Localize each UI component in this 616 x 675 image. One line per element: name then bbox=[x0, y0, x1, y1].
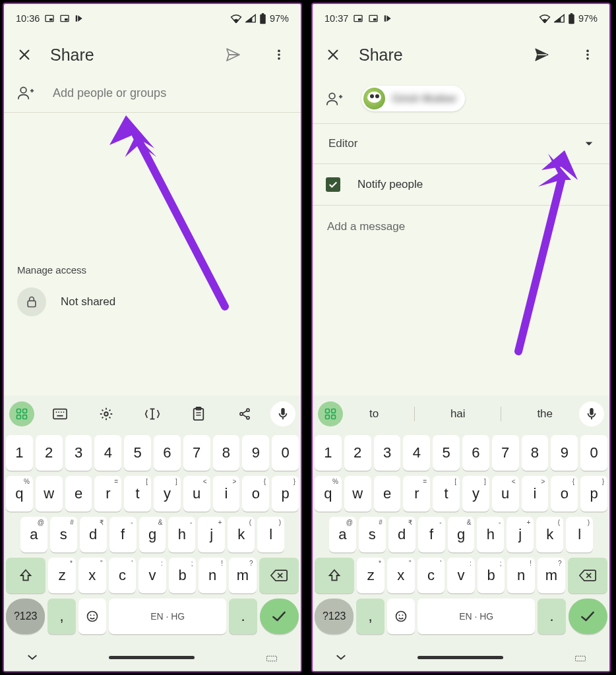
key-t[interactable]: t[ bbox=[433, 476, 460, 512]
nav-down-icon[interactable] bbox=[26, 653, 38, 661]
keyboard[interactable]: to hai the 1234567890q%wer=t[y]u<i>o{p}a… bbox=[313, 396, 609, 671]
key-m[interactable]: m? bbox=[229, 558, 257, 593]
key-0[interactable]: 0 bbox=[580, 435, 607, 471]
key-n[interactable]: n! bbox=[507, 558, 535, 593]
key-r[interactable]: r= bbox=[94, 476, 121, 512]
close-icon[interactable] bbox=[17, 47, 32, 62]
key-u[interactable]: u< bbox=[492, 476, 519, 512]
key-h[interactable]: h- bbox=[168, 517, 195, 552]
key-i[interactable]: i> bbox=[213, 476, 240, 512]
key-emoji[interactable] bbox=[78, 599, 106, 634]
key-s[interactable]: s# bbox=[50, 517, 77, 552]
key-1[interactable]: 1 bbox=[6, 435, 33, 471]
key-c[interactable]: c' bbox=[417, 558, 445, 593]
key-period[interactable]: . bbox=[538, 599, 565, 634]
key-4[interactable]: 4 bbox=[403, 435, 430, 471]
key-8[interactable]: 8 bbox=[213, 435, 240, 471]
person-chip[interactable]: Girish Mukker bbox=[361, 86, 465, 111]
key-5[interactable]: 5 bbox=[124, 435, 151, 471]
send-button[interactable] bbox=[528, 41, 555, 69]
kb-mic-icon[interactable] bbox=[579, 401, 604, 426]
key-comma[interactable]: , bbox=[356, 599, 384, 634]
key-6[interactable]: 6 bbox=[462, 435, 489, 471]
key-y[interactable]: y] bbox=[462, 476, 489, 512]
kb-settings-icon[interactable] bbox=[94, 401, 119, 426]
key-q[interactable]: q% bbox=[315, 476, 342, 512]
kb-clipboard-icon[interactable] bbox=[186, 401, 211, 426]
role-dropdown[interactable]: Editor bbox=[313, 124, 609, 164]
add-people-row[interactable]: Girish Mukker bbox=[313, 82, 609, 124]
kb-mic-icon[interactable] bbox=[270, 401, 295, 426]
notify-row[interactable]: Notify people bbox=[313, 164, 609, 206]
key-j[interactable]: j+ bbox=[198, 517, 225, 552]
nav-down-icon[interactable] bbox=[335, 653, 347, 661]
key-space[interactable]: EN · HG bbox=[417, 599, 535, 634]
key-8[interactable]: 8 bbox=[522, 435, 549, 471]
key-symbols[interactable]: ?123 bbox=[315, 599, 354, 634]
key-enter[interactable] bbox=[260, 599, 299, 634]
key-7[interactable]: 7 bbox=[492, 435, 519, 471]
key-o[interactable]: o{ bbox=[242, 476, 269, 512]
add-people-row[interactable] bbox=[4, 82, 301, 113]
key-4[interactable]: 4 bbox=[94, 435, 121, 471]
key-c[interactable]: c' bbox=[109, 558, 137, 593]
suggestion-1[interactable]: to bbox=[357, 403, 390, 425]
key-2[interactable]: 2 bbox=[36, 435, 63, 471]
key-symbols[interactable]: ?123 bbox=[6, 599, 45, 634]
key-d[interactable]: d₹ bbox=[388, 517, 416, 552]
key-a[interactable]: a@ bbox=[329, 517, 356, 552]
key-e[interactable]: e bbox=[65, 476, 92, 512]
key-y[interactable]: y] bbox=[154, 476, 181, 512]
key-v[interactable]: v: bbox=[139, 558, 166, 593]
key-backspace[interactable] bbox=[259, 558, 299, 593]
key-5[interactable]: 5 bbox=[433, 435, 460, 471]
key-enter[interactable] bbox=[569, 599, 607, 634]
close-icon[interactable] bbox=[326, 47, 340, 62]
suggestion-3[interactable]: the bbox=[525, 403, 565, 425]
key-3[interactable]: 3 bbox=[65, 435, 92, 471]
kb-apps-icon[interactable] bbox=[9, 401, 34, 426]
key-emoji[interactable] bbox=[387, 599, 415, 634]
key-l[interactable]: l) bbox=[257, 517, 284, 552]
key-l[interactable]: l) bbox=[566, 517, 593, 552]
key-3[interactable]: 3 bbox=[374, 435, 401, 471]
key-k[interactable]: k( bbox=[228, 517, 255, 552]
message-input[interactable]: Add a message bbox=[313, 206, 609, 248]
key-x[interactable]: x" bbox=[387, 558, 415, 593]
key-9[interactable]: 9 bbox=[551, 435, 578, 471]
key-p[interactable]: p} bbox=[580, 476, 607, 512]
key-a[interactable]: a@ bbox=[20, 517, 47, 552]
key-g[interactable]: g& bbox=[448, 517, 475, 552]
key-n[interactable]: n! bbox=[199, 558, 226, 593]
not-shared-row[interactable]: Not shared bbox=[17, 287, 288, 316]
key-v[interactable]: v: bbox=[447, 558, 475, 593]
nav-handle[interactable] bbox=[417, 656, 503, 659]
key-shift[interactable] bbox=[6, 558, 46, 593]
kb-keyboard-icon[interactable] bbox=[47, 401, 73, 426]
send-button[interactable] bbox=[219, 41, 247, 69]
key-h[interactable]: h- bbox=[477, 517, 504, 552]
key-2[interactable]: 2 bbox=[344, 435, 371, 471]
key-shift[interactable] bbox=[315, 558, 354, 593]
key-d[interactable]: d₹ bbox=[80, 517, 107, 552]
nav-keyboard-icon[interactable] bbox=[265, 653, 278, 662]
notify-checkbox[interactable] bbox=[326, 177, 340, 192]
key-space[interactable]: EN · HG bbox=[109, 599, 226, 634]
more-menu-icon[interactable] bbox=[574, 41, 601, 69]
key-b[interactable]: b; bbox=[477, 558, 505, 593]
more-menu-icon[interactable] bbox=[265, 41, 293, 69]
key-s[interactable]: s# bbox=[359, 517, 386, 552]
key-j[interactable]: j+ bbox=[507, 517, 534, 552]
key-k[interactable]: k( bbox=[536, 517, 563, 552]
key-w[interactable]: w bbox=[344, 476, 371, 512]
key-p[interactable]: p} bbox=[272, 476, 299, 512]
key-t[interactable]: t[ bbox=[124, 476, 151, 512]
key-f[interactable]: f- bbox=[109, 517, 137, 552]
key-0[interactable]: 0 bbox=[272, 435, 299, 471]
key-g[interactable]: g& bbox=[139, 517, 166, 552]
key-w[interactable]: w bbox=[36, 476, 63, 512]
key-comma[interactable]: , bbox=[47, 599, 75, 634]
key-r[interactable]: r= bbox=[403, 476, 430, 512]
add-people-input[interactable] bbox=[53, 86, 288, 100]
suggestion-2[interactable]: hai bbox=[439, 403, 477, 425]
